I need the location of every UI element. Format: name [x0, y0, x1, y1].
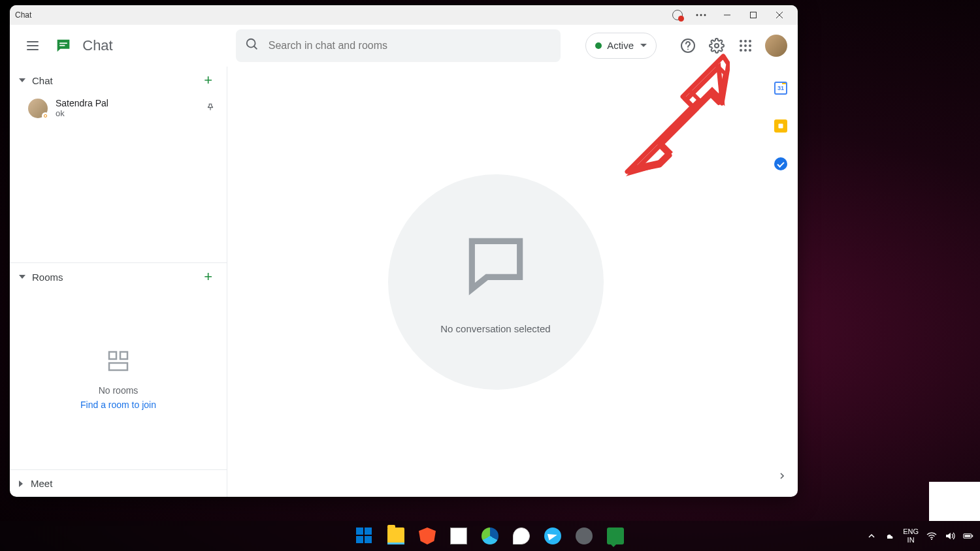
rooms-section-title: Rooms [32, 272, 201, 283]
app-title: Chat [82, 37, 112, 54]
extension-icon[interactable] [671, 8, 684, 22]
search-input[interactable] [269, 40, 551, 52]
chat-section-title: Chat [32, 75, 201, 86]
svg-rect-4 [751, 12, 757, 18]
chat-list-item[interactable]: Satendra Pal ok [10, 94, 227, 122]
svg-rect-7 [59, 42, 67, 44]
titlebar: Chat [10, 5, 798, 25]
status-label: Active [607, 40, 634, 51]
meet-section-title: Meet [31, 478, 218, 489]
file-explorer-icon[interactable] [383, 523, 409, 549]
settings-gear-icon[interactable] [704, 33, 730, 59]
maximize-icon[interactable] [740, 5, 766, 25]
onedrive-icon[interactable] [885, 531, 895, 541]
chat-logo-icon [53, 35, 73, 56]
caret-down-icon [19, 78, 25, 82]
app-window: Chat Chat Active [10, 5, 798, 497]
sidebar: Chat + Satendra Pal ok Roo [10, 67, 227, 497]
profile-avatar[interactable] [765, 35, 787, 57]
brave-browser-icon[interactable] [414, 523, 440, 549]
contact-name: Satendra Pal [56, 98, 198, 108]
settings-app-icon[interactable] [571, 523, 597, 549]
help-icon[interactable] [675, 33, 701, 59]
svg-rect-15 [120, 352, 127, 359]
empty-state: No conversation selected [388, 174, 604, 390]
tray-chevron-icon[interactable] [866, 531, 877, 541]
volume-icon[interactable] [945, 531, 955, 541]
status-chip[interactable]: Active [585, 33, 657, 59]
meet-section-header[interactable]: Meet [10, 469, 227, 497]
svg-point-1 [700, 14, 702, 16]
caret-down-icon [19, 275, 25, 279]
svg-point-0 [696, 14, 698, 16]
pin-icon[interactable] [206, 102, 215, 114]
svg-rect-20 [972, 535, 973, 537]
svg-point-9 [246, 39, 255, 47]
chat-section-header[interactable]: Chat + [10, 67, 227, 94]
wifi-icon[interactable] [926, 531, 937, 541]
google-chat-app-icon[interactable] [602, 523, 629, 549]
empty-state-text: No conversation selected [440, 323, 550, 334]
search-box[interactable] [236, 29, 561, 62]
rooms-empty-text: No rooms [99, 385, 139, 396]
language-indicator[interactable]: ENG IN [903, 527, 919, 544]
keep-icon[interactable] [774, 119, 788, 133]
svg-rect-21 [964, 535, 970, 537]
titlebar-title: Chat [15, 10, 31, 20]
rooms-empty-icon [106, 350, 130, 375]
svg-point-2 [704, 14, 706, 16]
paint-icon[interactable] [508, 523, 534, 549]
svg-point-13 [715, 44, 719, 48]
start-button[interactable] [351, 523, 378, 549]
svg-point-18 [931, 539, 932, 540]
svg-line-10 [253, 46, 257, 49]
chevron-down-icon [640, 44, 647, 47]
side-panel-collapse-icon[interactable] [777, 471, 787, 484]
new-room-button[interactable]: + [201, 266, 215, 288]
svg-rect-16 [109, 363, 127, 370]
find-room-link[interactable]: Find a room to join [80, 400, 156, 410]
edge-browser-icon[interactable] [477, 523, 503, 549]
main-area: No conversation selected [227, 67, 798, 497]
rooms-section-header[interactable]: Rooms + [10, 263, 227, 291]
telegram-icon[interactable] [540, 523, 566, 549]
message-preview: ok [56, 108, 198, 118]
app-header: Chat Active [10, 25, 798, 67]
google-apps-icon[interactable] [732, 33, 759, 59]
minimize-icon[interactable] [714, 5, 740, 25]
calendar-icon[interactable] [774, 81, 788, 95]
close-icon[interactable] [766, 5, 792, 25]
contact-avatar [28, 99, 48, 118]
new-chat-button[interactable]: + [201, 69, 215, 91]
microsoft-store-icon[interactable] [446, 523, 472, 549]
hamburger-menu-icon[interactable] [20, 33, 45, 59]
more-icon[interactable] [688, 5, 714, 25]
svg-rect-14 [109, 352, 116, 359]
taskbar: ENG IN [0, 521, 980, 551]
side-panel [764, 67, 798, 497]
caret-right-icon [19, 480, 23, 487]
status-dot-icon [595, 42, 602, 49]
svg-point-12 [687, 48, 689, 50]
overlay-box [929, 482, 980, 521]
search-icon [245, 37, 259, 54]
chat-bubble-icon [460, 229, 532, 301]
svg-rect-8 [59, 44, 65, 46]
tasks-icon[interactable] [774, 157, 788, 171]
battery-icon[interactable] [963, 531, 973, 541]
